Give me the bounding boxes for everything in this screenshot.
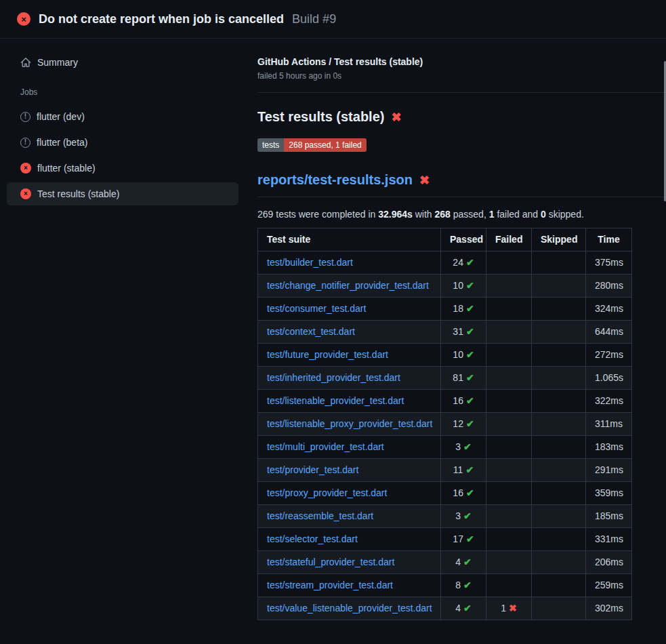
- failed-cell: [486, 528, 532, 551]
- summary-text: skipped.: [546, 209, 584, 220]
- job-label: flutter (beta): [37, 137, 87, 148]
- skipped-cell: [532, 551, 586, 574]
- skipped-cell: [532, 436, 586, 459]
- check-icon: ✔: [463, 510, 472, 521]
- sidebar-item-summary[interactable]: Summary: [7, 51, 238, 74]
- table-row: test/reassemble_test.dart3✔185ms: [258, 505, 632, 528]
- x-icon: ✖: [391, 110, 401, 125]
- time-cell: 259ms: [586, 574, 632, 597]
- time-cell: 324ms: [586, 298, 632, 321]
- test-suite-cell: test/builder_test.dart: [258, 251, 441, 275]
- test-suite-cell: test/change_notifier_provider_test.dart: [258, 275, 441, 298]
- passed-cell: 3✔: [441, 436, 486, 459]
- failed-check-icon: ×: [17, 12, 30, 26]
- check-icon: ✔: [463, 580, 472, 590]
- skipped-cell: [532, 459, 586, 482]
- count: 3: [455, 441, 461, 452]
- col-skipped: Skipped: [532, 228, 586, 251]
- test-suite-link[interactable]: test/proxy_provider_test.dart: [267, 487, 387, 498]
- cancelled-status-icon: !: [20, 112, 30, 122]
- test-suite-cell: test/listenable_proxy_provider_test.dart: [258, 413, 441, 436]
- table-row: test/consumer_test.dart18✔324ms: [258, 298, 632, 321]
- col-time: Time: [586, 228, 632, 251]
- table-row: test/listenable_provider_test.dart16✔322…: [258, 390, 632, 413]
- sidebar-item-flutter-beta[interactable]: ! flutter (beta): [7, 131, 238, 154]
- failed-cell: 1✖: [486, 597, 532, 620]
- failed-cell: [486, 482, 532, 505]
- skipped-cell: [532, 298, 586, 321]
- test-suite-link[interactable]: test/consumer_test.dart: [267, 303, 366, 314]
- failed-cell: [486, 251, 532, 275]
- check-run-header: × Do not create report when job is cance…: [0, 0, 666, 39]
- time-cell: 1.065s: [586, 367, 632, 390]
- table-row: test/provider_test.dart11✔291ms: [258, 459, 632, 482]
- time-cell: 644ms: [586, 321, 632, 344]
- summary-bold: 32.964s: [378, 209, 413, 220]
- count: 10: [453, 280, 463, 291]
- test-suite-link[interactable]: test/inherited_provider_test.dart: [267, 372, 400, 383]
- job-label: Test results (stable): [37, 188, 119, 199]
- jobs-section-heading: Jobs: [20, 87, 257, 97]
- failed-cell: [486, 459, 532, 482]
- skipped-cell: [532, 251, 586, 275]
- skipped-cell: [532, 275, 586, 298]
- test-suite-link[interactable]: test/listenable_proxy_provider_test.dart: [267, 418, 432, 429]
- time-cell: 185ms: [586, 505, 632, 528]
- sidebar: Summary Jobs ! flutter (dev) ! flutter (…: [0, 39, 257, 208]
- failed-cell: [486, 413, 532, 436]
- sidebar-item-test-results-stable[interactable]: × Test results (stable): [7, 182, 238, 205]
- test-suite-link[interactable]: test/builder_test.dart: [267, 257, 353, 268]
- failed-status-icon: ×: [20, 163, 31, 174]
- test-suite-link[interactable]: test/context_test.dart: [267, 326, 355, 337]
- check-run-title: Do not create report when job is cancell…: [39, 12, 284, 26]
- skipped-cell: [532, 505, 586, 528]
- test-suite-link[interactable]: test/future_provider_test.dart: [267, 349, 388, 360]
- time-cell: 302ms: [586, 597, 632, 620]
- sidebar-item-flutter-dev[interactable]: ! flutter (dev): [7, 105, 238, 128]
- table-row: test/value_listenable_provider_test.dart…: [258, 597, 632, 620]
- summary-text: 269 tests were completed in: [257, 209, 378, 220]
- failed-cell: [486, 298, 532, 321]
- table-row: test/multi_provider_test.dart3✔183ms: [258, 436, 632, 459]
- failed-cell: [486, 367, 532, 390]
- test-suite-link[interactable]: test/stateful_provider_test.dart: [267, 557, 394, 567]
- table-row: test/stateful_provider_test.dart4✔206ms: [258, 551, 632, 574]
- test-suite-cell: test/inherited_provider_test.dart: [258, 367, 441, 390]
- count: 16: [453, 487, 463, 498]
- badge-value: 268 passed, 1 failed: [284, 138, 366, 152]
- test-suite-link[interactable]: test/stream_provider_test.dart: [267, 580, 393, 590]
- test-suite-link[interactable]: test/provider_test.dart: [267, 464, 358, 475]
- table-row: test/change_notifier_provider_test.dart1…: [258, 275, 632, 298]
- table-row: test/selector_test.dart17✔331ms: [258, 528, 632, 551]
- check-icon: ✔: [466, 395, 474, 406]
- passed-cell: 11✔: [441, 459, 486, 482]
- time-cell: 375ms: [586, 251, 632, 275]
- test-suite-link[interactable]: test/listenable_provider_test.dart: [267, 395, 404, 406]
- failed-cell: [486, 574, 532, 597]
- test-summary-line: 269 tests were completed in 32.964s with…: [257, 209, 666, 220]
- failed-cell: [486, 505, 532, 528]
- check-icon: ✔: [466, 280, 474, 291]
- test-suite-link[interactable]: test/selector_test.dart: [267, 534, 358, 544]
- time-cell: 291ms: [586, 459, 632, 482]
- failed-cell: [486, 390, 532, 413]
- table-row: test/stream_provider_test.dart8✔259ms: [258, 574, 632, 597]
- badge-label: tests: [257, 138, 284, 152]
- test-suite-link[interactable]: test/value_listenable_provider_test.dart: [267, 603, 432, 613]
- passed-cell: 17✔: [441, 528, 486, 551]
- check-icon: ✔: [463, 557, 472, 567]
- skipped-cell: [532, 390, 586, 413]
- time-cell: 280ms: [586, 275, 632, 298]
- time-cell: 311ms: [586, 413, 632, 436]
- summary-bold: 1: [489, 209, 495, 220]
- table-row: test/context_test.dart31✔644ms: [258, 321, 632, 344]
- results-table-body: test/builder_test.dart24✔375mstest/chang…: [258, 251, 632, 620]
- report-link[interactable]: reports/test-results.json: [257, 172, 413, 188]
- test-suite-link[interactable]: test/reassemble_test.dart: [267, 510, 373, 521]
- section-heading: Test results (stable) ✖: [257, 109, 666, 125]
- check-icon: ✔: [465, 464, 474, 475]
- count: 17: [453, 534, 463, 544]
- sidebar-item-flutter-stable[interactable]: × flutter (stable): [7, 157, 238, 180]
- test-suite-link[interactable]: test/multi_provider_test.dart: [267, 441, 384, 452]
- test-suite-link[interactable]: test/change_notifier_provider_test.dart: [267, 280, 429, 291]
